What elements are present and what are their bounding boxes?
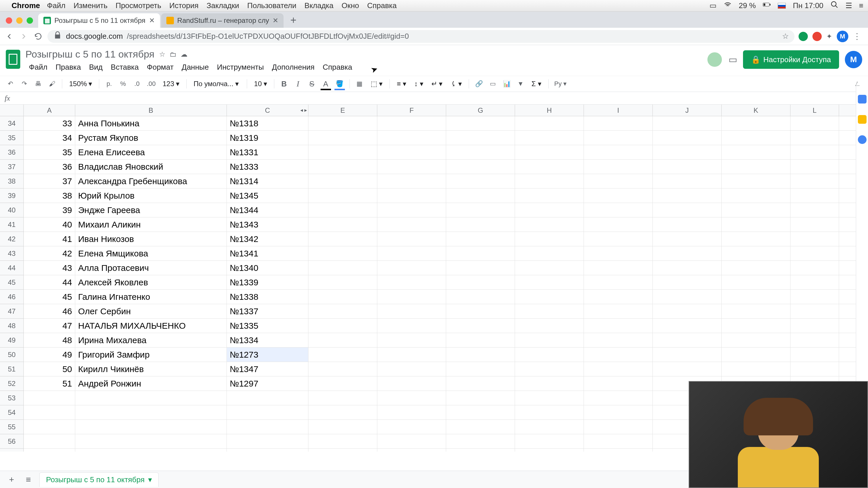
italic-button[interactable]: I [292, 78, 304, 90]
cell[interactable] [377, 377, 446, 391]
table-row[interactable]: 41Иван Никозов№1342 [24, 232, 868, 246]
formula-bar[interactable]: fx [0, 92, 868, 105]
table-row[interactable]: 48Ирина Михалева№1334 [24, 333, 868, 348]
cell[interactable] [653, 290, 722, 304]
menu-edit[interactable]: Правка [52, 62, 85, 73]
cell[interactable]: 37 [24, 174, 75, 188]
cell[interactable] [790, 275, 839, 289]
menu-tab[interactable]: Вкладка [304, 1, 333, 10]
cell[interactable]: 45 [24, 290, 75, 304]
filter-button[interactable]: ▼ [515, 78, 526, 90]
cell[interactable] [377, 160, 446, 174]
cell[interactable] [653, 174, 722, 188]
more-formats-select[interactable]: 123▾ [160, 80, 182, 88]
cell[interactable] [446, 203, 515, 217]
cell[interactable] [377, 218, 446, 232]
cell[interactable] [308, 333, 377, 347]
print-button[interactable]: 🖶 [32, 78, 44, 90]
cell[interactable]: №1319 [227, 131, 308, 145]
row-header[interactable]: 35 [0, 131, 24, 145]
cell[interactable] [790, 174, 839, 188]
cell[interactable] [584, 203, 653, 217]
cell[interactable] [653, 348, 722, 362]
cell[interactable]: 38 [24, 189, 75, 203]
chart-button[interactable]: 📊 [501, 78, 513, 90]
cell[interactable] [308, 174, 377, 188]
cell[interactable] [584, 189, 653, 203]
cell[interactable] [515, 275, 584, 289]
cell[interactable] [308, 145, 377, 159]
cell[interactable]: Алла Протасевич [75, 261, 227, 275]
cell[interactable] [377, 232, 446, 246]
cell[interactable] [584, 246, 653, 260]
sheets-logo-icon[interactable] [6, 50, 20, 69]
back-button[interactable] [4, 31, 14, 42]
doc-title[interactable]: Розыгрыш с 5 по 11 октября [26, 48, 155, 60]
borders-button[interactable]: ▦ [354, 78, 365, 90]
row-header[interactable]: 55 [0, 420, 24, 434]
cell[interactable]: Алексей Яковлев [75, 275, 227, 289]
cell[interactable] [722, 189, 790, 203]
calendar-icon[interactable] [858, 95, 867, 103]
cell[interactable]: 47 [24, 319, 75, 333]
close-tab-icon[interactable]: ✕ [149, 17, 155, 25]
row-header[interactable]: 56 [0, 434, 24, 449]
cell[interactable] [227, 449, 308, 452]
cell[interactable] [377, 362, 446, 376]
table-row[interactable]: 42Елена Ямщикова№1341 [24, 246, 868, 261]
cell[interactable]: 40 [24, 218, 75, 232]
cell[interactable] [653, 319, 722, 333]
cell[interactable]: Иван Никозов [75, 232, 227, 246]
cell[interactable]: Владислав Яновский [75, 160, 227, 174]
cell[interactable] [227, 405, 308, 420]
cell[interactable] [790, 319, 839, 333]
cell[interactable]: №1345 [227, 189, 308, 203]
col-header-g[interactable]: G [446, 105, 515, 116]
row-header[interactable]: 57 [0, 449, 24, 452]
cell[interactable] [446, 377, 515, 391]
cell[interactable] [790, 232, 839, 246]
cell[interactable] [308, 290, 377, 304]
table-row[interactable]: 39Эндже Гареева№1344 [24, 203, 868, 218]
cell[interactable] [75, 405, 227, 420]
cell[interactable] [790, 246, 839, 260]
col-header-l[interactable]: L [790, 105, 839, 116]
row-header[interactable]: 40 [0, 203, 24, 218]
cell[interactable] [308, 391, 377, 405]
cell[interactable] [722, 174, 790, 188]
cell[interactable] [790, 304, 839, 318]
cell[interactable] [446, 420, 515, 434]
cell[interactable]: №1318 [227, 116, 308, 130]
fontsize-select[interactable]: 10 ▾ [251, 80, 270, 88]
cell[interactable] [308, 203, 377, 217]
cell[interactable] [722, 319, 790, 333]
cell[interactable] [377, 131, 446, 145]
menu-history[interactable]: История [169, 1, 198, 10]
cell[interactable] [446, 319, 515, 333]
cell[interactable]: 46 [24, 304, 75, 318]
cell[interactable]: 44 [24, 275, 75, 289]
font-select[interactable]: По умолча... ▾ [191, 80, 243, 88]
cell[interactable] [790, 290, 839, 304]
table-row[interactable]: 34Рустам Якупов№1319 [24, 131, 868, 145]
cell[interactable] [515, 203, 584, 217]
cell[interactable]: 33 [24, 116, 75, 130]
menu-window[interactable]: Окно [342, 1, 359, 10]
cell[interactable] [308, 246, 377, 260]
close-window-button[interactable] [6, 18, 12, 24]
extension-icon[interactable] [799, 32, 808, 41]
table-row[interactable]: 50Кирилл Чикинёв№1347 [24, 362, 868, 377]
menu-file[interactable]: Файл [47, 1, 65, 10]
table-row[interactable]: 46Олег Сербин№1337 [24, 304, 868, 319]
cell[interactable]: 41 [24, 232, 75, 246]
cell[interactable] [446, 218, 515, 232]
cell[interactable]: Александра Гребенщикова [75, 174, 227, 188]
cell[interactable] [308, 420, 377, 434]
cell[interactable] [446, 131, 515, 145]
battery-icon[interactable] [763, 1, 771, 11]
cell[interactable] [308, 304, 377, 318]
reload-button[interactable] [33, 31, 43, 42]
cell[interactable] [584, 218, 653, 232]
share-button[interactable]: 🔒 Настройки Доступа [743, 50, 839, 69]
cell[interactable]: Эндже Гареева [75, 203, 227, 217]
